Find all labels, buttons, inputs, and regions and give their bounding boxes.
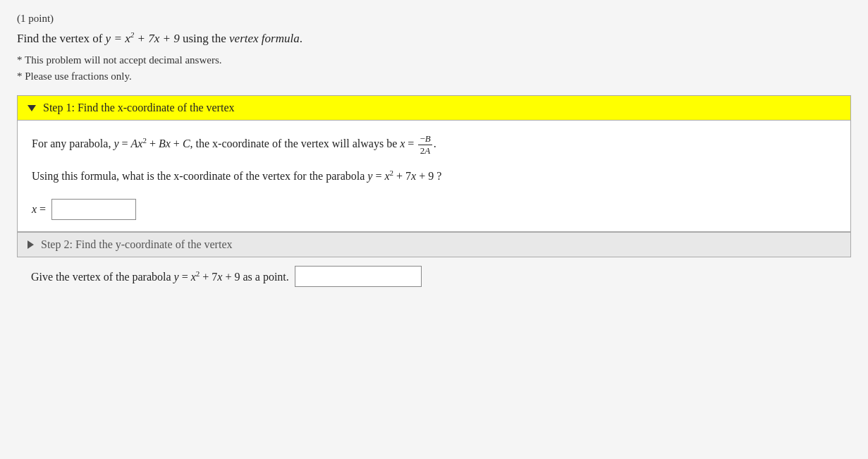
- step1-header[interactable]: Step 1: Find the x-coordinate of the ver…: [18, 96, 850, 121]
- question-line: Using this formula, what is the x-coordi…: [32, 166, 836, 186]
- main-question-suffix: using the: [180, 32, 229, 45]
- step2-expand-icon: [27, 240, 34, 249]
- x-input-row: x =: [32, 199, 836, 220]
- main-question: Find the vertex of y = x2 + 7x + 9 using…: [17, 29, 851, 47]
- vertex-point-input[interactable]: [295, 266, 422, 287]
- bottom-section: Give the vertex of the parabola y = x2 +…: [17, 257, 851, 294]
- x-coordinate-input[interactable]: [51, 199, 136, 220]
- x-label: x =: [32, 203, 46, 216]
- step1-section: Step 1: Find the x-coordinate of the ver…: [17, 95, 851, 232]
- formula-line: For any parabola, y = Ax2 + Bx + C, the …: [32, 133, 836, 156]
- fraction-denominator: 2A: [419, 145, 432, 157]
- vertex-fraction: −B2A: [418, 133, 432, 156]
- step1-collapse-icon: [27, 105, 36, 111]
- main-question-period: .: [300, 32, 302, 45]
- note1: * This problem will not accept decimal a…: [17, 54, 851, 66]
- bottom-text: Give the vertex of the parabola y = x2 +…: [31, 269, 289, 283]
- note2: * Please use fractions only.: [17, 71, 851, 82]
- step1-header-label: Step 1: Find the x-coordinate of the ver…: [43, 102, 234, 114]
- fraction-numerator: −B: [418, 133, 432, 145]
- step2-section: Step 2: Find the y-coordinate of the ver…: [17, 232, 851, 257]
- question-prefix: Using this formula, what is the x-coordi…: [32, 170, 441, 182]
- step1-content: For any parabola, y = Ax2 + Bx + C, the …: [18, 121, 850, 231]
- main-question-equation: y = x2 + 7x + 9: [106, 32, 180, 45]
- main-question-formula-text: vertex formula: [229, 32, 300, 45]
- points-label: (1 point): [17, 13, 851, 25]
- step2-header[interactable]: Step 2: Find the y-coordinate of the ver…: [18, 233, 850, 257]
- step2-header-label: Step 2: Find the y-coordinate of the ver…: [41, 238, 232, 251]
- page-container: (1 point) Find the vertex of y = x2 + 7x…: [0, 0, 868, 459]
- formula-prefix: For any parabola, y = Ax2 + Bx + C, the …: [32, 137, 417, 149]
- formula-period: .: [434, 137, 436, 149]
- main-question-prefix: Find the vertex of: [17, 32, 106, 45]
